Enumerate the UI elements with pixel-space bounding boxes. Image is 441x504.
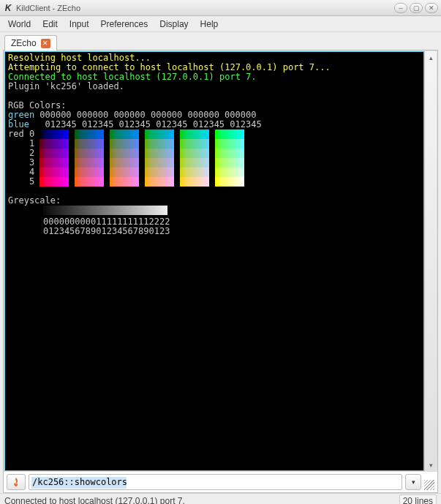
window-title: KildClient - ZEcho [16, 4, 392, 12]
tab-strip: ZEcho ✕ [0, 32, 441, 50]
command-input[interactable] [29, 474, 402, 490]
history-dropdown-button[interactable]: ▾ [405, 474, 421, 490]
input-row: ▾ [4, 472, 437, 492]
send-button[interactable] [7, 474, 26, 490]
status-bar: Connected to host localhost (127.0.0.1) … [0, 493, 441, 504]
menu-world[interactable]: World [2, 18, 37, 31]
terminal-output[interactable]: Resolving host localhost... Attempting t… [4, 51, 424, 471]
minimize-button[interactable]: – [394, 3, 407, 13]
menu-input[interactable]: Input [64, 18, 95, 31]
menu-edit[interactable]: Edit [37, 18, 64, 31]
flame-icon [11, 477, 21, 487]
maximize-button[interactable]: ▢ [410, 3, 423, 13]
resize-grip-icon[interactable] [424, 480, 434, 490]
status-lines: 20 lines [399, 494, 437, 505]
close-button[interactable]: ✕ [425, 3, 438, 13]
tab-zecho[interactable]: ZEcho ✕ [4, 35, 57, 50]
menu-help[interactable]: Help [195, 18, 225, 31]
status-connection: Connected to host localhost (127.0.0.1) … [4, 496, 399, 505]
menu-preferences[interactable]: Preferences [95, 18, 154, 31]
menu-display[interactable]: Display [154, 18, 194, 31]
scroll-down-button[interactable]: ▾ [425, 459, 437, 471]
window-titlebar: K KildClient - ZEcho – ▢ ✕ [0, 0, 441, 16]
client-area: Resolving host localhost... Attempting t… [3, 50, 438, 493]
scroll-track[interactable] [425, 64, 437, 459]
tab-label: ZEcho [11, 38, 37, 48]
tab-close-icon[interactable]: ✕ [41, 39, 50, 48]
menu-bar: World Edit Input Preferences Display Hel… [0, 16, 441, 32]
scrollbar[interactable]: ▴ ▾ [424, 51, 437, 471]
app-icon: K [3, 3, 13, 13]
scroll-up-button[interactable]: ▴ [425, 51, 437, 64]
